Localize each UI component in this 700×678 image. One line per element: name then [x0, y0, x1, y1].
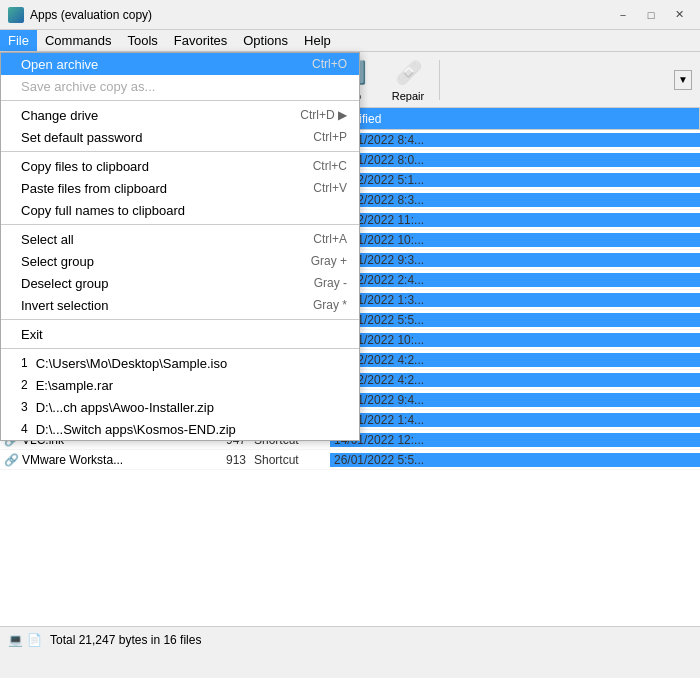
separator-2 — [1, 151, 359, 152]
menu-select-all[interactable]: Select all Ctrl+A — [1, 228, 359, 250]
file-icon: 🔗 — [4, 453, 18, 467]
select-all-shortcut: Ctrl+A — [313, 232, 347, 246]
recent-path-1: C:\Users\Mo\Desktop\Sample.iso — [36, 356, 227, 371]
menu-tools[interactable]: Tools — [119, 30, 165, 51]
file-modified: 26/01/2022 5:5... — [330, 453, 700, 467]
file-menu-dropdown: Open archive Ctrl+O Save archive copy as… — [0, 52, 360, 441]
menu-bar: File Commands Tools Favorites Options He… — [0, 30, 700, 52]
status-text: Total 21,247 bytes in 16 files — [50, 633, 201, 647]
menu-deselect-group[interactable]: Deselect group Gray - — [1, 272, 359, 294]
menu-file[interactable]: File — [0, 30, 37, 51]
file-modified: 16/01/2022 1:4... — [330, 413, 700, 427]
recent-num-3: 3 — [21, 400, 28, 414]
menu-exit[interactable]: Exit — [1, 323, 359, 345]
title-bar-controls: − □ ✕ — [610, 5, 692, 25]
file-modified: 14/01/2022 12:... — [330, 433, 700, 447]
paste-files-shortcut: Ctrl+V — [313, 181, 347, 195]
status-icon-1: 💻 — [8, 633, 23, 647]
copy-files-shortcut: Ctrl+C — [313, 159, 347, 173]
deselect-group-label: Deselect group — [21, 276, 284, 291]
recent-path-4: D:\...Switch apps\Kosmos-END.zip — [36, 422, 236, 437]
invert-selection-shortcut: Gray * — [313, 298, 347, 312]
title-bar: Apps (evaluation copy) − □ ✕ — [0, 0, 700, 30]
menu-copy-files[interactable]: Copy files to clipboard Ctrl+C — [1, 155, 359, 177]
invert-selection-label: Invert selection — [21, 298, 283, 313]
separator-5 — [1, 348, 359, 349]
app-icon — [8, 7, 24, 23]
exit-label: Exit — [21, 327, 317, 342]
menu-select-group[interactable]: Select group Gray + — [1, 250, 359, 272]
separator-1 — [1, 100, 359, 101]
status-icon-2: 📄 — [27, 633, 42, 647]
change-drive-label: Change drive — [21, 108, 270, 123]
select-all-label: Select all — [21, 232, 283, 247]
title-bar-left: Apps (evaluation copy) — [8, 7, 152, 23]
open-archive-label: Open archive — [21, 57, 282, 72]
toolbar-btn-repair-label: Repair — [392, 90, 424, 102]
file-size: 913 — [180, 453, 250, 467]
close-button[interactable]: ✕ — [666, 5, 692, 25]
recent-num-2: 2 — [21, 378, 28, 392]
copy-full-names-label: Copy full names to clipboard — [21, 203, 317, 218]
menu-save-archive: Save archive copy as... — [1, 75, 359, 97]
recent-file-3[interactable]: 3 D:\...ch apps\Awoo-Installer.zip — [1, 396, 359, 418]
menu-change-drive[interactable]: Change drive Ctrl+D ▶ — [1, 104, 359, 126]
menu-set-password[interactable]: Set default password Ctrl+P — [1, 126, 359, 148]
recent-path-3: D:\...ch apps\Awoo-Installer.zip — [36, 400, 214, 415]
file-type: Shortcut — [250, 453, 330, 467]
repair-icon: 🩹 — [392, 58, 424, 88]
toolbar-separator-2 — [439, 60, 440, 100]
separator-3 — [1, 224, 359, 225]
recent-num-4: 4 — [21, 422, 28, 436]
file-name-text: VMware Worksta... — [22, 453, 123, 467]
col-header-modified: Modified — [330, 108, 700, 129]
set-password-label: Set default password — [21, 130, 283, 145]
open-archive-shortcut: Ctrl+O — [312, 57, 347, 71]
recent-file-1[interactable]: 1 C:\Users\Mo\Desktop\Sample.iso — [1, 352, 359, 374]
change-drive-shortcut: Ctrl+D ▶ — [300, 108, 347, 122]
toolbar-btn-repair[interactable]: 🩹 Repair — [381, 55, 435, 105]
select-group-shortcut: Gray + — [311, 254, 347, 268]
recent-path-2: E:\sample.rar — [36, 378, 113, 393]
menu-open-archive[interactable]: Open archive Ctrl+O — [1, 53, 359, 75]
recent-num-1: 1 — [21, 356, 28, 370]
maximize-button[interactable]: □ — [638, 5, 664, 25]
separator-4 — [1, 319, 359, 320]
deselect-group-shortcut: Gray - — [314, 276, 347, 290]
recent-file-4[interactable]: 4 D:\...Switch apps\Kosmos-END.zip — [1, 418, 359, 440]
copy-files-label: Copy files to clipboard — [21, 159, 283, 174]
address-dropdown-arrow[interactable]: ▼ — [674, 70, 692, 90]
window-title: Apps (evaluation copy) — [30, 8, 152, 22]
recent-file-2[interactable]: 2 E:\sample.rar — [1, 374, 359, 396]
menu-favorites[interactable]: Favorites — [166, 30, 235, 51]
file-modified: 13/01/2022 9:4... — [330, 393, 700, 407]
select-group-label: Select group — [21, 254, 281, 269]
menu-copy-full-names[interactable]: Copy full names to clipboard — [1, 199, 359, 221]
menu-paste-files[interactable]: Paste files from clipboard Ctrl+V — [1, 177, 359, 199]
file-modified-cell: 14/01/2022 8:4... — [330, 133, 700, 147]
file-modified: 10/02/2022 4:2... — [330, 373, 700, 387]
status-icons: 💻 📄 — [8, 633, 42, 647]
menu-commands[interactable]: Commands — [37, 30, 119, 51]
menu-options[interactable]: Options — [235, 30, 296, 51]
set-password-shortcut: Ctrl+P — [313, 130, 347, 144]
minimize-button[interactable]: − — [610, 5, 636, 25]
file-modified: 10/02/2022 4:2... — [330, 353, 700, 367]
menu-help[interactable]: Help — [296, 30, 339, 51]
paste-files-label: Paste files from clipboard — [21, 181, 283, 196]
table-row[interactable]: 🔗VMware Worksta... 913 Shortcut 26/01/20… — [0, 450, 700, 470]
save-archive-label: Save archive copy as... — [21, 79, 317, 94]
status-bar: 💻 📄 Total 21,247 bytes in 16 files — [0, 626, 700, 652]
menu-invert-selection[interactable]: Invert selection Gray * — [1, 294, 359, 316]
